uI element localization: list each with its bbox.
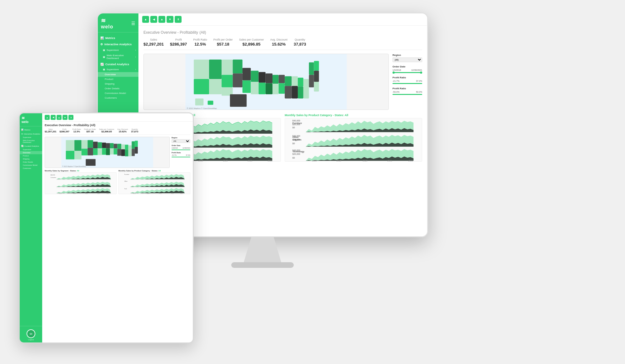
toolbar-btn-4[interactable]: ▼ [167,16,173,23]
tablet-toolbar-btn-5[interactable]: ⏸ [68,115,73,120]
svg-rect-94 [93,142,98,149]
metric-quantity: Quantity 37,873 [294,38,306,47]
sidebar-item-commission-model[interactable]: Commission Model [98,91,138,96]
svg-text:2022: 2022 [268,160,272,161]
tablet-footer: CI Logout [20,326,42,342]
svg-rect-102 [110,143,114,149]
tablet-nav-curated[interactable]: 📈 Curated Analytics [20,144,42,148]
toolbar-btn-5[interactable]: ⏸ [175,16,182,23]
tablet-nav-superstore2[interactable]: Superstore [20,148,42,151]
svg-rect-5 [222,60,233,75]
welo-icon: ≋ [101,17,113,24]
svg-rect-113 [132,141,135,149]
sidebar-item-superstore[interactable]: ▣ Superstore › [98,47,138,53]
svg-rect-22 [285,76,292,86]
range-thumb-right[interactable] [420,71,422,74]
tablet-nav-commission[interactable]: Commission Model [20,164,42,167]
filter-order-date: Order Date 1/3/2018 12/30/2021 [392,65,422,73]
svg-rect-20 [279,75,285,83]
svg-rect-87 [66,151,74,159]
svg-text:© 2022 Mapbox © OpenStreetMap: © 2022 Mapbox © OpenStreetMap [62,165,86,167]
sidebar-item-welo-executive[interactable]: ▣ Welo Executive Dashboard › [98,53,138,61]
sidebar-item-overview[interactable]: Overview [98,72,138,77]
metrics-icon: 📊 [100,37,104,40]
tablet-metrics-icon: 📊 [21,129,23,131]
logout-label[interactable]: Logout [22,339,40,341]
sidebar-item-superstore-curated[interactable]: ▣ Superstore › [98,67,138,72]
svg-text:$40,000: $40,000 [292,120,300,122]
toolbar-btn-2[interactable]: ◀ [150,16,157,23]
svg-text:Furniture: Furniture [292,122,302,124]
tablet-filter-date: Order Date 1/3/2018 12/30/2021 [172,145,190,150]
svg-rect-28 [303,79,309,98]
tablet-segment-svg: $60,000 Consumer [45,173,116,194]
tablet-toolbar-btn-1[interactable]: ▲ [45,115,50,120]
tablet-toolbar-btn-3[interactable]: ▲ [57,115,62,120]
tablet-nav-superstore1[interactable]: Superstore [20,136,42,139]
svg-rect-107 [117,149,121,156]
tablet-metric-quantity: Quantity 37,873 [131,128,138,133]
svg-rect-116 [135,147,138,154]
tablet-main: ▲ ◀ ▲ ▼ ⏸ Executive Overview - Profitabi… [42,113,193,342]
tablet-metric-profit-per-order: Profit per Order $57.18 [84,128,96,133]
tablet-nav-customers[interactable]: Customers [20,167,42,170]
metric-profit-ratio: Profit Ratio 12.5% [193,38,207,47]
tablet-nav-metrics[interactable]: 📊 Metrics [20,128,42,132]
tablet-nav-welo-exec[interactable]: Welo Executive Dashboard [20,139,42,144]
toolbar-btn-3[interactable]: ▲ [158,16,165,23]
toolbar-btn-1[interactable]: ▲ [142,16,149,23]
tablet-dashboard-title: Executive Overview - Profitability (All) [45,124,190,127]
svg-text:$20,000: $20,000 [292,153,300,155]
tablet-nav-interactive[interactable]: ⚙ Interactive Analytics [20,132,42,136]
us-map-svg: © 2022 Mapbox © OpenStreetMap [144,54,388,110]
tablet-filter-region: Region (All) [172,137,190,143]
sidebar-item-order-details[interactable]: Order Details [98,86,138,91]
svg-rect-97 [98,148,102,155]
svg-rect-31 [314,61,319,71]
svg-text:2022: 2022 [408,160,413,161]
sidebar-item-customers[interactable]: Customers [98,96,138,100]
sidebar-item-product[interactable]: Product [98,77,138,81]
tablet-nav-overview[interactable]: Overview [20,151,42,154]
metrics-row: Sales $2,297,201 Profit $286,397 Profit … [143,38,422,50]
dashboard-title: Executive Overview - Profitability (All) [143,29,422,35]
svg-text:2019: 2019 [337,160,341,161]
svg-rect-34 [230,94,247,107]
svg-text:© 2022 Mapbox © OpenStreetMap: © 2022 Mapbox © OpenStreetMap [187,107,217,109]
svg-rect-93 [88,148,93,155]
svg-text:2021: 2021 [248,160,252,161]
svg-text:2021: 2021 [387,160,392,161]
svg-rect-21 [279,83,285,94]
profit-ratio2-track [392,94,422,95]
hamburger-icon[interactable]: ☰ [131,21,135,26]
metric-avg-discount: Avg. Discount 15.62% [270,38,287,47]
dashboard-body: © 2022 Mapbox © OpenStreetMap Region (Al… [143,54,422,110]
tablet-nav-product[interactable]: Product [20,154,42,157]
sidebar-item-metrics[interactable]: 📊 Metrics [98,35,138,41]
tablet-nav-shipping[interactable]: Shipping [20,157,42,160]
svg-rect-19 [272,84,279,94]
chevron-right-icon3: › [135,68,136,71]
svg-text:Tech: Tech [124,188,127,189]
category-chart-svg: $40,000 $20,000 $0 Furniture [285,118,422,161]
us-map: © 2022 Mapbox © OpenStreetMap [143,54,389,110]
tablet-metrics-row: Sales $2,297,201 Profit $286,397 Profit … [45,128,190,135]
svg-text:$60,000: $60,000 [51,174,55,176]
tablet-toolbar-btn-2[interactable]: ◀ [51,115,56,120]
sidebar-item-interactive-analytics[interactable]: ⚙ Interactive Analytics [98,41,138,47]
tablet-chart-category: Monthly Sales by Product Category - Stat… [118,170,190,194]
svg-rect-112 [128,145,132,156]
region-select[interactable]: (All) [392,57,422,62]
tablet-region-select[interactable]: (All) [172,139,190,143]
tablet-toolbar-btn-4[interactable]: ▼ [62,115,68,120]
filter-region: Region (All) [392,54,422,62]
sidebar-curated-analytics-label: 📈 Curated Analytics [98,61,138,67]
sidebar-item-shipping[interactable]: Shipping [98,81,138,86]
svg-rect-2 [194,79,209,94]
tablet-us-map: © 2022 Mapbox © OpenStreetMap [45,137,170,168]
tablet-nav-order-details[interactable]: Order Details [20,160,42,164]
range-thumb-left[interactable] [392,71,395,74]
svg-rect-89 [74,151,82,159]
svg-text:$0: $0 [292,126,295,129]
svg-text:Supplies: Supplies [292,139,302,141]
